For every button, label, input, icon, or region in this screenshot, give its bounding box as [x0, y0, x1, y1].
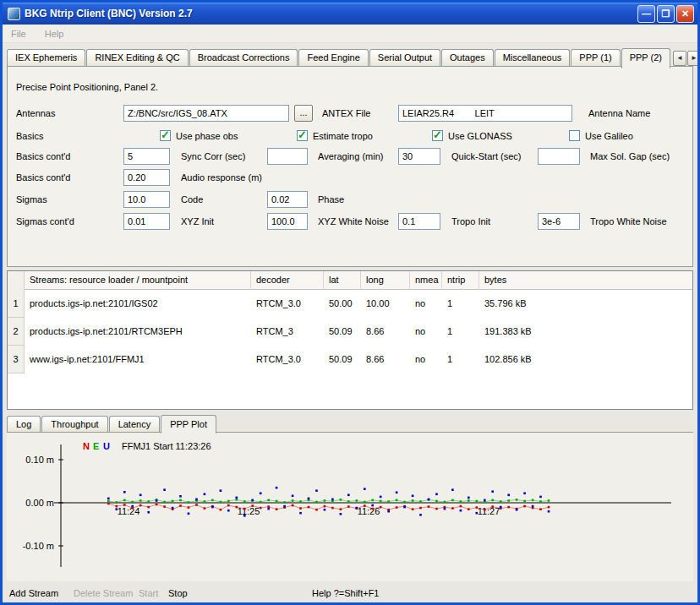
tab-serial-output[interactable]: Serial Output: [369, 49, 440, 66]
ppp-plot-canvas: 0.10 m0.00 m-0.10 m11:2411:2511:2611:27N…: [7, 433, 693, 581]
tab-miscellaneous[interactable]: Miscellaneous: [495, 49, 571, 66]
tab-latency[interactable]: Latency: [109, 416, 161, 432]
sigma-phase-label: Phase: [318, 191, 344, 208]
cell-ntrip: 1: [442, 290, 479, 318]
tropo-init-input[interactable]: [398, 213, 440, 230]
cell-long: 10.00: [361, 290, 410, 318]
svg-text:-0.10 m: -0.10 m: [23, 541, 54, 551]
browse-antex-button[interactable]: ...: [294, 105, 313, 122]
add-stream-button[interactable]: Add Stream: [9, 584, 58, 602]
tropo-white-noise-input[interactable]: [538, 213, 580, 230]
tab-log[interactable]: Log: [7, 416, 41, 432]
bnc-window: BKG Ntrip Client (BNC) Version 2.7 — ❐ ✕…: [0, 0, 700, 605]
tab-throughput[interactable]: Throughput: [41, 416, 107, 432]
tab-feed-engine[interactable]: Feed Engine: [298, 49, 368, 66]
sync-corr-input[interactable]: [123, 148, 170, 165]
quick-start-input[interactable]: [398, 148, 440, 165]
estimate-tropo-label: Estimate tropo: [313, 128, 373, 144]
cell-long: 8.66: [361, 346, 410, 373]
maximize-button[interactable]: ❐: [657, 5, 675, 23]
table-row[interactable]: 1 products.igs-ip.net:2101/IGS02 RTCM_3.…: [8, 290, 692, 318]
svg-text:U: U: [103, 441, 110, 451]
table-row[interactable]: 2 products.igs-ip.net:2101/RTCM3EPH RTCM…: [8, 318, 692, 346]
cell-ntrip: 1: [442, 346, 479, 373]
xyz-white-noise-input[interactable]: [267, 213, 308, 230]
sync-corr-label: Sync Corr (sec): [181, 148, 245, 165]
audio-response-input[interactable]: [123, 169, 170, 186]
sigma-phase-input[interactable]: [267, 191, 308, 208]
window-controls: — ❐ ✕: [637, 5, 694, 23]
cell-nmea: no: [410, 318, 442, 346]
tab-scroll-right-button[interactable]: ►: [687, 51, 700, 66]
antennas-row: Antennas ... ANTEX File Antenna Name: [8, 105, 692, 122]
sigmas-contd-label: Sigmas cont'd: [16, 213, 74, 230]
tab-scroll-left-button[interactable]: ◄: [673, 51, 686, 66]
use-phase-obs-label: Use phase obs: [176, 128, 238, 144]
antenna-name-label: Antenna Name: [588, 105, 650, 122]
use-glonass-checkbox[interactable]: [432, 130, 443, 141]
titlebar: BKG Ntrip Client (BNC) Version 2.7 — ❐ ✕: [3, 3, 697, 25]
antex-file-input[interactable]: [123, 105, 289, 122]
cell-lat: 50.00: [324, 290, 361, 318]
sigma-code-label: Code: [181, 191, 203, 208]
streams-table: Streams: resource loader / mountpoint de…: [7, 270, 693, 410]
delete-stream-button[interactable]: Delete Stream: [74, 584, 133, 602]
close-icon: ✕: [677, 6, 693, 22]
svg-text:0.10 m: 0.10 m: [25, 455, 54, 465]
svg-text:N: N: [83, 441, 90, 451]
antenna-name-input[interactable]: [398, 105, 572, 122]
cell-lat: 50.09: [324, 346, 361, 373]
tab-ppp-2[interactable]: PPP (2): [621, 48, 670, 68]
header-mountpoint: Streams: resource loader / mountpoint: [25, 271, 251, 290]
minimize-icon: —: [638, 6, 654, 22]
window-title: BKG Ntrip Client (BNC) Version 2.7: [25, 8, 637, 19]
basics-row: Basics Use phase obs Estimate tropo Use …: [8, 128, 692, 144]
use-glonass-label: Use GLONASS: [448, 128, 512, 144]
row-number: 3: [8, 346, 25, 373]
statusbar: Add Stream Delete Stream Start Stop Help…: [3, 584, 697, 602]
header-decoder: decoder: [251, 271, 324, 290]
svg-text:0.00 m: 0.00 m: [25, 498, 54, 508]
row-number: 1: [8, 290, 25, 318]
stop-button[interactable]: Stop: [168, 584, 188, 602]
table-row[interactable]: 3 www.igs-ip.net:2101/FFMJ1 RTCM_3.0 50.…: [8, 346, 692, 373]
cell-bytes: 35.796 kB: [479, 290, 692, 318]
use-galileo-checkbox[interactable]: [569, 130, 580, 141]
tab-rinex-editing-qc[interactable]: RINEX Editing & QC: [86, 49, 188, 66]
row-number: 2: [8, 318, 25, 346]
menu-file[interactable]: File: [9, 27, 28, 41]
tab-ppp-1[interactable]: PPP (1): [571, 49, 620, 66]
close-button[interactable]: ✕: [676, 5, 694, 23]
basics-contd-row-2: Basics cont'd Audio response (m): [8, 169, 692, 186]
cell-bytes: 102.856 kB: [479, 346, 692, 373]
tab-outages[interactable]: Outages: [441, 49, 494, 66]
minimize-button[interactable]: —: [637, 5, 655, 23]
cell-decoder: RTCM_3.0: [251, 346, 324, 373]
cell-ntrip: 1: [442, 318, 479, 346]
tab-ppp-plot[interactable]: PPP Plot: [161, 415, 216, 433]
sigmas-label: Sigmas: [16, 191, 47, 208]
estimate-tropo-checkbox[interactable]: [297, 130, 308, 141]
cell-mountpoint: products.igs-ip.net:2101/IGS02: [25, 290, 251, 318]
max-sol-gap-input[interactable]: [538, 148, 580, 165]
tabbar: IEX Ephemeris RINEX Editing & QC Broadca…: [7, 49, 693, 66]
xyz-init-input[interactable]: [123, 213, 170, 230]
use-phase-obs-checkbox[interactable]: [160, 130, 171, 141]
xyz-init-label: XYZ Init: [181, 213, 214, 230]
averaging-input[interactable]: [267, 148, 308, 165]
cell-mountpoint: products.igs-ip.net:2101/RTCM3EPH: [25, 318, 251, 346]
bottom-tabbar: Log Throughput Latency PPP Plot: [7, 415, 217, 432]
sigmas-row: Sigmas Code Phase: [8, 191, 692, 208]
cell-decoder: RTCM_3.0: [251, 290, 324, 318]
menu-help[interactable]: Help: [43, 27, 66, 41]
tab-scroll-arrows: ◄ ►: [673, 51, 700, 66]
tab-broadcast-corrections[interactable]: Broadcast Corrections: [189, 49, 298, 66]
max-sol-gap-label: Max Sol. Gap (sec): [590, 148, 670, 165]
tropo-white-noise-label: Tropo White Noise: [590, 213, 667, 230]
start-button[interactable]: Start: [139, 584, 158, 602]
cell-decoder: RTCM_3: [251, 318, 324, 346]
sigma-code-input[interactable]: [123, 191, 170, 208]
basics-contd-label-1: Basics cont'd: [16, 148, 70, 165]
help-hint: Help ?=Shift+F1: [312, 584, 380, 602]
tab-iex-ephemeris[interactable]: IEX Ephemeris: [7, 49, 85, 66]
